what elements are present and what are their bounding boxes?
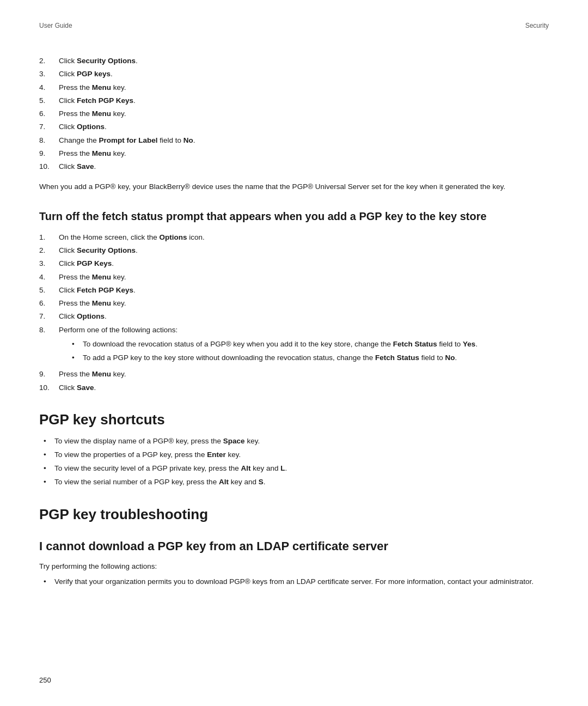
list-item: 8.Change the Prompt for Label field to N… <box>39 135 549 146</box>
list-item: •To view the security level of a PGP pri… <box>39 463 549 474</box>
header-left: User Guide <box>39 22 72 29</box>
list-item: 3.Click PGP Keys. <box>39 258 549 269</box>
list-item: 2.Click Security Options. <box>39 245 549 256</box>
list-item: •To view the display name of a PGP® key,… <box>39 436 549 447</box>
section4-bullets: •Verify that your organization permits y… <box>39 576 549 587</box>
list-item: 10.Click Save. <box>39 382 549 393</box>
intro-numbered-list: 2.Click Security Options.3.Click PGP key… <box>39 56 549 172</box>
section3-heading: PGP key troubleshooting <box>39 506 549 524</box>
list-item: 4.Press the Menu key. <box>39 82 549 93</box>
list-item: 3.Click PGP keys. <box>39 69 549 80</box>
list-item: •To download the revocation status of a … <box>72 339 549 350</box>
section1-steps: 1.On the Home screen, click the Options … <box>39 232 549 393</box>
list-item: 4.Press the Menu key. <box>39 272 549 283</box>
main-content: 2.Click Security Options.3.Click PGP key… <box>39 56 549 588</box>
list-item: 6.Press the Menu key. <box>39 298 549 309</box>
page-container: User Guide Security 2.Click Security Opt… <box>0 0 588 706</box>
list-item: •To add a PGP key to the key store witho… <box>72 352 549 363</box>
list-item: •To view the properties of a PGP key, pr… <box>39 449 549 460</box>
list-item: 5.Click Fetch PGP Keys. <box>39 285 549 296</box>
section2-bullets: •To view the display name of a PGP® key,… <box>39 436 549 488</box>
section1-heading: Turn off the fetch status prompt that ap… <box>39 209 549 223</box>
list-item: 5.Click Fetch PGP Keys. <box>39 95 549 106</box>
page-header: User Guide Security <box>39 22 549 29</box>
sub-bullet-list: •To download the revocation status of a … <box>72 339 549 364</box>
header-right: Security <box>525 22 549 29</box>
list-item: 8.Perform one of the following actions:•… <box>39 325 549 367</box>
list-item: •Verify that your organization permits y… <box>39 576 549 587</box>
list-item: 6.Press the Menu key. <box>39 108 549 119</box>
list-item: •To view the serial number of a PGP key,… <box>39 477 549 488</box>
intro-note: When you add a PGP® key, your BlackBerry… <box>39 181 549 193</box>
section2-heading: PGP key shortcuts <box>39 411 549 429</box>
list-item: 9.Press the Menu key. <box>39 148 549 159</box>
section4-heading: I cannot download a PGP key from an LDAP… <box>39 539 549 555</box>
list-item: 2.Click Security Options. <box>39 56 549 66</box>
footer-page-number: 250 <box>39 676 51 684</box>
section4-try-text: Try performing the following actions: <box>39 561 549 572</box>
list-item: 7.Click Options. <box>39 311 549 322</box>
list-item: 1.On the Home screen, click the Options … <box>39 232 549 243</box>
list-item: 9.Press the Menu key. <box>39 369 549 380</box>
list-item: 10.Click Save. <box>39 161 549 172</box>
list-item: 7.Click Options. <box>39 121 549 132</box>
